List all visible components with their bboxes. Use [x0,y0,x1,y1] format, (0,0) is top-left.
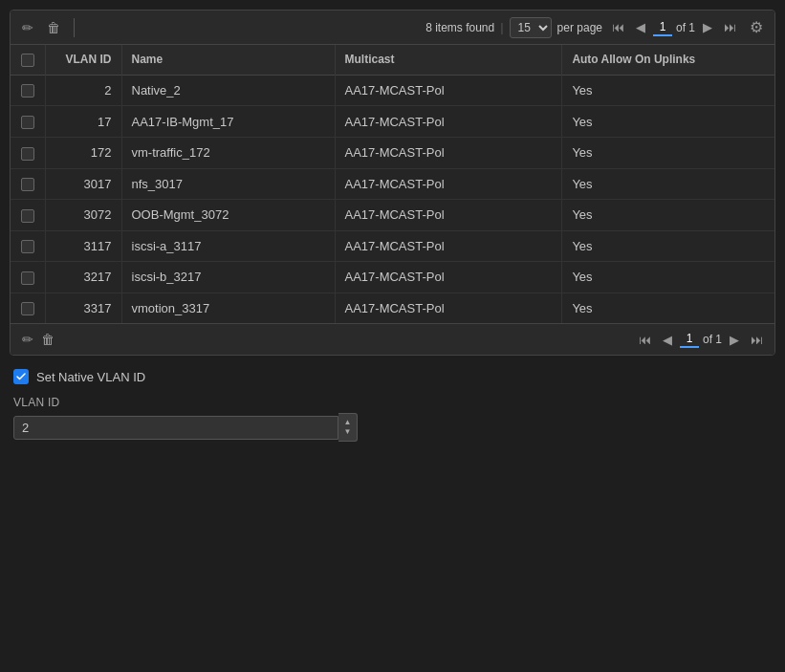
row-vlanid: 3072 [45,200,121,231]
main-container: ✏ 🗑 8 items found | 15 25 50 per page ⏮ … [0,0,785,451]
bottom-edit-icon[interactable]: ✏ [18,330,37,349]
header-autoallow: Auto Allow On Uplinks [562,45,774,75]
table-wrapper: ✏ 🗑 8 items found | 15 25 50 per page ⏮ … [10,10,775,356]
row-checkbox-cell [11,200,45,231]
header-vlanid: VLAN ID [45,45,121,75]
row-checkbox-cell [11,293,45,323]
row-vlanid: 3317 [45,293,121,323]
row-multicast: AA17-MCAST-Pol [335,200,562,231]
row-name: iscsi-a_3117 [121,230,335,262]
bottom-delete-icon[interactable]: 🗑 [37,330,58,349]
table-row: 3117 iscsi-a_3117 AA17-MCAST-Pol Yes [11,230,774,262]
row-vlanid: 2 [45,75,121,106]
row-checkbox[interactable] [21,116,34,129]
vlan-id-input[interactable] [13,416,338,440]
row-multicast: AA17-MCAST-Pol [335,168,562,200]
table-body: 2 Native_2 AA17-MCAST-Pol Yes 17 AA17-IB… [11,75,774,323]
vlan-id-input-row: ▲ ▼ [13,413,772,442]
bottom-prev-page-button[interactable]: ◀ [659,331,676,349]
set-native-label: Set Native VLAN ID [36,370,145,384]
settings-button[interactable]: ⚙ [746,16,767,38]
set-native-checkbox[interactable] [13,369,29,384]
row-multicast: AA17-MCAST-Pol [335,230,562,262]
row-name: vm-traffic_172 [121,137,335,168]
row-name: vmotion_3317 [121,293,335,323]
row-checkbox-cell [11,137,45,168]
row-autoallow: Yes [562,168,774,200]
row-vlanid: 3217 [45,262,121,293]
header-multicast: Multicast [335,45,562,75]
row-checkbox-cell [11,262,45,293]
top-toolbar: ✏ 🗑 8 items found | 15 25 50 per page ⏮ … [11,11,774,45]
bottom-pagination: ⏮ ◀ 1 of 1 ▶ ⏭ [635,331,767,349]
items-found: 8 items found [425,21,494,34]
first-page-button[interactable]: ⏮ [608,18,628,36]
of-pages-label: of 1 [676,21,695,34]
row-checkbox[interactable] [21,147,34,161]
spinner-up-arrow: ▲ [344,419,352,426]
row-checkbox-cell [11,230,45,262]
prev-page-button[interactable]: ◀ [632,18,649,36]
row-checkbox[interactable] [21,302,34,315]
next-page-button[interactable]: ▶ [699,18,716,36]
row-multicast: AA17-MCAST-Pol [335,262,562,293]
bottom-last-page-button[interactable]: ⏭ [747,331,767,349]
row-multicast: AA17-MCAST-Pol [335,106,562,138]
row-autoallow: Yes [562,75,774,106]
below-section: Set Native VLAN ID VLAN ID ▲ ▼ [10,369,775,442]
row-autoallow: Yes [562,200,774,231]
row-name: iscsi-b_3217 [121,262,335,293]
row-name: Native_2 [121,75,335,106]
table-row: 3017 nfs_3017 AA17-MCAST-Pol Yes [11,168,774,200]
row-multicast: AA17-MCAST-Pol [335,75,562,106]
toolbar-separator [74,18,75,37]
table-row: 3072 OOB-Mgmt_3072 AA17-MCAST-Pol Yes [11,200,774,231]
row-autoallow: Yes [562,262,774,293]
delete-icon[interactable]: 🗑 [43,18,64,37]
bottom-of-pages-label: of 1 [703,333,722,346]
row-multicast: AA17-MCAST-Pol [335,293,562,323]
bottom-next-page-button[interactable]: ▶ [726,331,743,349]
vlan-id-label: VLAN ID [13,396,772,409]
row-checkbox[interactable] [21,209,34,223]
table-row: 3317 vmotion_3317 AA17-MCAST-Pol Yes [11,293,774,323]
row-checkbox[interactable] [21,84,34,98]
row-vlanid: 3117 [45,230,121,262]
row-autoallow: Yes [562,106,774,138]
table-row: 2 Native_2 AA17-MCAST-Pol Yes [11,75,774,106]
vlan-id-field: VLAN ID ▲ ▼ [13,396,772,442]
row-checkbox-cell [11,75,45,106]
vlans-table: VLAN ID Name Multicast Auto Allow On Upl… [11,45,774,323]
select-all-checkbox[interactable] [21,54,34,67]
row-autoallow: Yes [562,230,774,262]
table-row: 3217 iscsi-b_3217 AA17-MCAST-Pol Yes [11,262,774,293]
per-page-label: per page [557,21,602,34]
vlan-id-spinner[interactable]: ▲ ▼ [338,413,358,442]
table-row: 172 vm-traffic_172 AA17-MCAST-Pol Yes [11,137,774,168]
header-checkbox-col [11,45,45,75]
current-page: 1 [653,19,672,36]
row-checkbox[interactable] [21,240,34,253]
bottom-toolbar: ✏ 🗑 ⏮ ◀ 1 of 1 ▶ ⏭ [11,323,774,355]
set-native-row: Set Native VLAN ID [13,369,772,384]
row-checkbox[interactable] [21,178,34,191]
table-row: 17 AA17-IB-Mgmt_17 AA17-MCAST-Pol Yes [11,106,774,138]
per-page-select[interactable]: 15 25 50 [510,17,552,38]
page-nav: ⏮ ◀ 1 of 1 ▶ ⏭ [608,18,740,36]
row-checkbox-cell [11,106,45,138]
row-vlanid: 172 [45,137,121,168]
spinner-down-arrow: ▼ [344,428,352,436]
row-name: nfs_3017 [121,168,335,200]
row-vlanid: 17 [45,106,121,138]
separator-pipe: | [500,20,503,34]
row-vlanid: 3017 [45,168,121,200]
row-checkbox[interactable] [21,271,34,285]
table-header-row: VLAN ID Name Multicast Auto Allow On Upl… [11,45,774,75]
header-name: Name [121,45,335,75]
row-name: OOB-Mgmt_3072 [121,200,335,231]
edit-icon[interactable]: ✏ [18,18,37,37]
last-page-button[interactable]: ⏭ [720,18,740,36]
bottom-first-page-button[interactable]: ⏮ [635,331,655,349]
row-autoallow: Yes [562,293,774,323]
row-name: AA17-IB-Mgmt_17 [121,106,335,138]
